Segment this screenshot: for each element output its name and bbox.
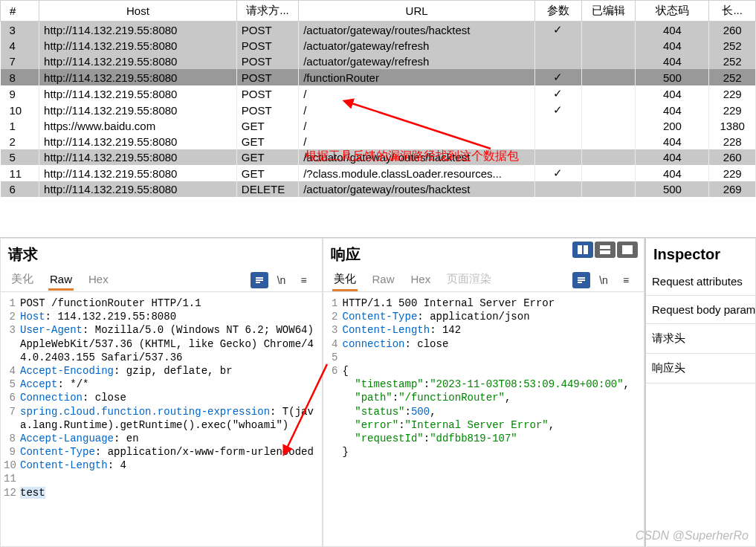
svg-rect-12	[578, 282, 582, 283]
svg-line-0	[349, 103, 491, 149]
tab-hex[interactable]: Hex	[87, 270, 110, 291]
inspector-item[interactable]: Request attributes	[646, 268, 755, 296]
annotation-arrow2-icon	[282, 360, 335, 457]
col-length[interactable]: 长...	[709, 1, 756, 22]
col-edited[interactable]: 已编辑	[581, 1, 636, 22]
col-url[interactable]: URL	[299, 1, 535, 22]
watermark: CSDN @SuperherRo	[636, 529, 749, 543]
layout-toggle	[572, 242, 638, 258]
action-icon[interactable]	[251, 272, 268, 288]
request-pane: 请求 美化 Raw Hex \n ≡ 1POST /functionRouter…	[0, 238, 323, 547]
inspector-item[interactable]: Request body parameters	[646, 296, 755, 324]
newline-icon[interactable]: \n	[595, 272, 613, 288]
response-pane: 响应 美化 Raw Hex 页面渲染 \n ≡ 1HTTP/1.1 500 In…	[323, 238, 645, 547]
table-row[interactable]: 4http://114.132.219.55:8080POST/actuator…	[1, 38, 756, 54]
table-row[interactable]: 3http://114.132.219.55:8080POST/actuator…	[1, 22, 756, 39]
request-code[interactable]: 1POST /functionRouter HTTP/1.12Host: 114…	[1, 292, 322, 546]
col-param[interactable]: 参数	[534, 1, 581, 22]
layout-single-icon[interactable]	[617, 242, 638, 258]
table-row[interactable]: 6http://114.132.219.55:8080DELETE/actuat…	[1, 181, 756, 197]
tab-render[interactable]: 页面渲染	[445, 269, 493, 291]
table-header-row: # Host 请求方... URL 参数 已编辑 状态码 长...	[1, 1, 756, 22]
tab-raw[interactable]: Raw	[371, 270, 396, 291]
col-host[interactable]: Host	[39, 1, 237, 22]
tab-raw[interactable]: Raw	[48, 270, 74, 291]
tab-hex[interactable]: Hex	[410, 270, 433, 291]
svg-rect-9	[622, 245, 633, 254]
col-method[interactable]: 请求方...	[236, 1, 298, 22]
table-row[interactable]: 7http://114.132.219.55:8080POST/actuator…	[1, 54, 756, 69]
menu-icon[interactable]: ≡	[617, 272, 635, 288]
svg-rect-11	[578, 279, 585, 281]
response-code[interactable]: 1HTTP/1.1 500 Internal Server Error2Cont…	[323, 292, 644, 546]
response-title: 响应	[331, 245, 361, 265]
svg-rect-8	[600, 250, 610, 254]
inspector-item[interactable]: 响应头	[646, 354, 755, 383]
table-row[interactable]: 8http://114.132.219.55:8080POST/function…	[1, 69, 756, 85]
inspector-pane: Inspector Request attributesRequest body…	[644, 238, 756, 547]
inspector-title: Inspector	[646, 239, 755, 268]
inspector-item[interactable]: 请求头	[646, 324, 755, 354]
annotation-text: 根据工具反馈的漏洞路径找到这个数据包	[305, 149, 519, 164]
svg-rect-6	[584, 245, 588, 254]
svg-rect-3	[256, 279, 263, 281]
svg-rect-10	[578, 277, 585, 279]
tab-beautify[interactable]: 美化	[10, 269, 35, 291]
col-status[interactable]: 状态码	[636, 1, 709, 22]
svg-rect-2	[256, 277, 263, 279]
menu-icon[interactable]: ≡	[295, 272, 313, 288]
svg-rect-5	[578, 245, 582, 254]
svg-rect-4	[256, 282, 260, 283]
newline-icon[interactable]: \n	[273, 272, 291, 288]
layout-rows-icon[interactable]	[595, 242, 616, 258]
layout-columns-icon[interactable]	[572, 242, 593, 258]
svg-rect-7	[600, 245, 610, 249]
action-icon[interactable]	[572, 272, 590, 288]
annotation-arrow-icon	[297, 97, 505, 156]
table-row[interactable]: 11http://114.132.219.55:8080GET/?class.m…	[1, 165, 756, 181]
svg-line-1	[286, 364, 327, 450]
tab-beautify[interactable]: 美化	[332, 269, 358, 291]
col-number[interactable]: #	[1, 1, 39, 22]
request-title: 请求	[8, 245, 38, 265]
